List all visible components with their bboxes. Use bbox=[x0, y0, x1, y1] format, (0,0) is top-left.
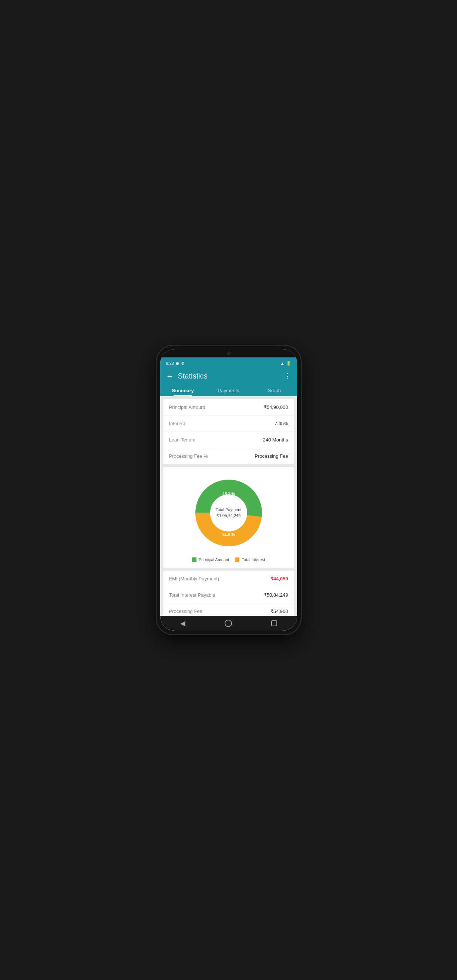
app-header: ← Statistics ⋮ bbox=[160, 368, 297, 384]
back-button[interactable]: ← bbox=[166, 372, 173, 380]
settings-icon: ⚙ bbox=[181, 361, 185, 366]
principal-amount-row: Principal Amount ₹54,90,000 bbox=[163, 399, 294, 415]
phone-screen: 9:22 ⏺ ⚙ ▲ 🔋 ← Statistics ⋮ Summary Paym… bbox=[160, 349, 297, 631]
tab-payments[interactable]: Payments bbox=[206, 384, 251, 396]
header-left: ← Statistics bbox=[166, 372, 208, 380]
donut-center-text: Total Payment ₹1,05,74,249 bbox=[216, 508, 242, 519]
legend-interest-dot bbox=[235, 557, 240, 562]
total-interest-row: Total Interest Payable ₹50,84,249 bbox=[163, 587, 294, 603]
interest-row: Interest 7.45% bbox=[163, 415, 294, 432]
bottom-nav: ◀ bbox=[160, 616, 297, 631]
recent-nav-button[interactable] bbox=[269, 618, 279, 628]
page-title: Statistics bbox=[178, 372, 208, 380]
emi-value: ₹44,059 bbox=[270, 576, 288, 581]
back-triangle-icon: ◀ bbox=[180, 619, 186, 627]
processing-fee-value: Processing Fee bbox=[255, 453, 288, 459]
processing-fee-label: Processing Fee % bbox=[169, 453, 208, 459]
content-area: Principal Amount ₹54,90,000 Interest 7.4… bbox=[160, 396, 297, 616]
proc-fee-label: Processing Fee bbox=[169, 609, 202, 614]
legend-principal-dot bbox=[192, 557, 197, 562]
camera-bar bbox=[160, 349, 297, 357]
interest-value: 7.45% bbox=[275, 421, 288, 426]
legend-interest: Total Interest bbox=[235, 557, 265, 562]
payment-summary-card: EMI (Monthly Payment) ₹44,059 Total Inte… bbox=[163, 571, 294, 616]
tenure-value: 240 Months bbox=[263, 437, 288, 442]
proc-fee-value: ₹54,900 bbox=[270, 609, 288, 614]
status-left: 9:22 ⏺ ⚙ bbox=[166, 361, 185, 366]
legend-interest-label: Total Interest bbox=[242, 557, 265, 562]
center-label: Total Payment bbox=[216, 508, 242, 512]
tenure-row: Loan Tenure 240 Months bbox=[163, 432, 294, 448]
legend-principal: Principal Amount bbox=[192, 557, 229, 562]
time-display: 9:22 bbox=[166, 361, 174, 366]
status-right: ▲ 🔋 bbox=[281, 361, 291, 366]
processing-fee-row: Processing Fee % Processing Fee bbox=[163, 448, 294, 464]
camera-dot bbox=[227, 352, 230, 355]
orange-percent-label: 48.1 % bbox=[222, 492, 235, 496]
emi-row: EMI (Monthly Payment) ₹44,059 bbox=[163, 571, 294, 587]
back-nav-button[interactable]: ◀ bbox=[178, 618, 188, 628]
chart-legend: Principal Amount Total Interest bbox=[192, 557, 265, 562]
donut-chart: 48.1 % 51.9 % Total Payment ₹1,05,74,249 bbox=[192, 476, 266, 550]
phone-frame: 9:22 ⏺ ⚙ ▲ 🔋 ← Statistics ⋮ Summary Paym… bbox=[157, 345, 301, 635]
recent-square-icon bbox=[271, 620, 277, 626]
signal-icon: ▲ bbox=[281, 361, 284, 366]
proc-fee-row: Processing Fee ₹54,900 bbox=[163, 603, 294, 616]
home-nav-button[interactable] bbox=[223, 618, 233, 628]
emi-label: EMI (Monthly Payment) bbox=[169, 576, 219, 581]
record-icon: ⏺ bbox=[175, 361, 179, 366]
principal-value: ₹54,90,000 bbox=[264, 404, 288, 410]
interest-label: Interest bbox=[169, 421, 185, 426]
battery-icon: 🔋 bbox=[286, 361, 291, 366]
tab-bar: Summary Payments Graph bbox=[160, 384, 297, 396]
green-percent-label: 51.9 % bbox=[222, 532, 235, 537]
chart-card: 48.1 % 51.9 % Total Payment ₹1,05,74,249… bbox=[163, 467, 294, 568]
principal-label: Principal Amount bbox=[169, 404, 205, 410]
home-circle-icon bbox=[225, 620, 232, 627]
tab-graph[interactable]: Graph bbox=[251, 384, 297, 396]
total-interest-value: ₹50,84,249 bbox=[264, 592, 288, 598]
tenure-label: Loan Tenure bbox=[169, 437, 196, 442]
legend-principal-label: Principal Amount bbox=[199, 557, 229, 562]
total-interest-label: Total Interest Payable bbox=[169, 592, 215, 598]
center-value: ₹1,05,74,249 bbox=[216, 513, 241, 518]
tab-summary[interactable]: Summary bbox=[160, 384, 206, 396]
summary-info-card: Principal Amount ₹54,90,000 Interest 7.4… bbox=[163, 399, 294, 464]
status-bar: 9:22 ⏺ ⚙ ▲ 🔋 bbox=[160, 357, 297, 368]
more-menu-button[interactable]: ⋮ bbox=[284, 371, 291, 380]
